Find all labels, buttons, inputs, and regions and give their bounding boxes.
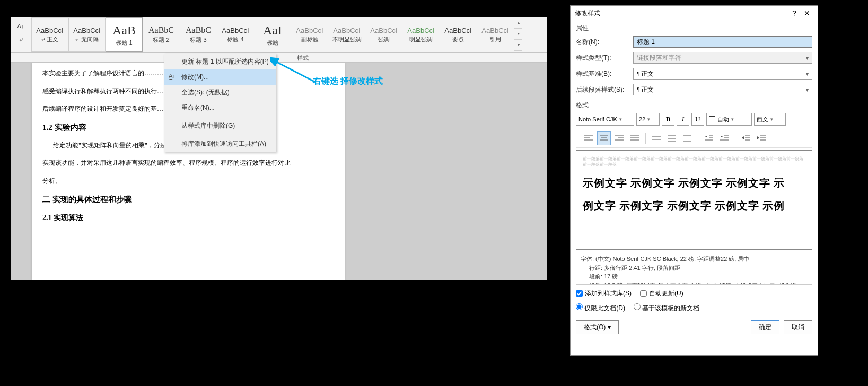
this-doc-radio[interactable]: 仅限此文档(D) (576, 303, 625, 313)
row-based: 样式基准(B): 正文 ▾ (571, 66, 818, 82)
preview-sample: 示例文字 示例文字 示例文字 示例文字 示 (583, 176, 805, 190)
label-type: 样式类型(T): (576, 54, 629, 63)
style-item-明显强调[interactable]: AaBbCcI明显强调 (402, 17, 440, 52)
expand-icon[interactable]: ▾ (514, 40, 522, 51)
style-preview: AaBbCcI (296, 27, 323, 34)
preview-box: 前一段落前一段落前一段落前一段落前一段落前一段落前一段落前一段落前一段落前一段落… (576, 150, 812, 250)
chevron-down-icon: ▾ (770, 117, 773, 122)
menu-select-all[interactable]: 全选(S): (无数据) (164, 85, 276, 100)
indent-inc-icon (757, 135, 766, 142)
scroll-up-icon[interactable]: ▴ (514, 17, 522, 29)
color-swatch-icon (709, 116, 715, 122)
indent-inc-button[interactable] (755, 131, 768, 145)
doc-heading: 二 实现的具体过程和步骤 (32, 190, 345, 209)
checkbox-input[interactable] (576, 290, 583, 297)
menu-add-to-qat[interactable]: 将库添加到快速访问工具栏(A) (164, 136, 276, 152)
context-label: 更新 标题 1 以匹配所选内容(P) (181, 58, 269, 65)
align-justify-button[interactable] (628, 131, 642, 145)
style-name: 明显强调 (409, 36, 433, 43)
para-dec-icon (720, 135, 729, 142)
select-value: 正文 (637, 85, 654, 94)
ok-button[interactable]: 确定 (751, 320, 779, 334)
style-gallery[interactable]: AaBbCcI正文AaBbCcI无间隔AaB标题 1AaBbC标题 2AaBbC… (31, 17, 514, 53)
spacing-icon (668, 135, 676, 142)
menu-update-match[interactable]: 更新 标题 1 以匹配所选内容(P) (164, 54, 276, 69)
style-item-标题4[interactable]: AaBbCcI标题 4 (217, 17, 254, 52)
align-left-icon (584, 135, 593, 142)
document-area[interactable]: 本实验主要为了了解程序设计语言的……………………………………特点， 感受编译执行… (11, 63, 547, 280)
dialog-title: 修改样式 (575, 9, 788, 18)
add-to-gallery-checkbox[interactable]: 添加到样式库(S) (576, 289, 632, 298)
modify-icon: A̲ᵢ (169, 73, 174, 80)
style-item-标题2[interactable]: AaBbC标题 2 (143, 17, 180, 52)
align-center-button[interactable] (597, 131, 611, 145)
color-select[interactable]: 自动▾ (706, 113, 752, 126)
radio-input[interactable] (634, 303, 641, 310)
style-item-副标题[interactable]: AaBbCcI副标题 (291, 17, 328, 52)
row-name: 名称(N): (571, 34, 818, 50)
name-input[interactable] (633, 36, 812, 48)
menu-remove-from-gallery[interactable]: 从样式库中删除(G) (164, 118, 276, 134)
italic-button[interactable]: I (677, 113, 689, 126)
style-item-强调[interactable]: AaBbCcI强调 (365, 17, 402, 52)
help-button[interactable]: ? (788, 9, 801, 17)
lang-select[interactable]: 西文▾ (754, 113, 786, 126)
align-left-button[interactable] (582, 131, 595, 145)
desc-line: 字体: (中文) Noto Serif CJK SC Black, 22 磅, … (581, 255, 808, 264)
follow-select[interactable]: 正文 ▾ (633, 84, 812, 95)
size-select[interactable]: 22▾ (636, 113, 660, 126)
spacing-15-button[interactable] (665, 131, 679, 145)
style-name: 标题 3 (190, 36, 206, 44)
bold-button[interactable]: B (662, 113, 674, 126)
template-radio[interactable]: 基于该模板的新文档 (634, 303, 699, 313)
close-button[interactable]: ✕ (801, 9, 813, 17)
font-select[interactable]: Noto Serif CJK▾ (576, 113, 634, 126)
style-item-不明显强调[interactable]: AaBbCcI不明显强调 (328, 17, 365, 52)
based-select[interactable]: 正文 ▾ (633, 68, 812, 80)
desc-line: 段后: 16.5 磅, 与下段同页, 段中不分页, 1 级, 样式: 链接, 在… (581, 281, 808, 285)
select-value: 正文 (637, 69, 654, 78)
font-value: Noto Serif CJK (578, 116, 617, 122)
doc-text: 分析。 (32, 172, 345, 190)
format-dropdown-button[interactable]: 格式(O) ▾ (576, 320, 619, 334)
checkbox-input[interactable] (640, 290, 647, 297)
style-item-标题[interactable]: AaI标题 (254, 17, 291, 52)
format-toolbar: Noto Serif CJK▾ 22▾ B I U 自动▾ 西文▾ (571, 111, 818, 128)
gallery-expand[interactable]: ▴ ▾ ▾ (514, 17, 522, 51)
style-item-引用[interactable]: AaBbCcI引用 (477, 17, 514, 52)
style-item-要点[interactable]: AaBbCcI要点 (440, 17, 477, 52)
style-name: 标题 1 (116, 39, 132, 47)
spacing-2-button[interactable] (680, 131, 694, 145)
menu-modify[interactable]: A̲ᵢ 修改(M)... (164, 69, 276, 85)
label-follow: 后续段落样式(S): (576, 85, 629, 94)
spacing-1-button[interactable] (650, 131, 663, 145)
style-name: 标题 2 (153, 36, 169, 44)
style-item-标题3[interactable]: AaBbC标题 3 (180, 17, 217, 52)
sort-button[interactable]: A↓ (14, 20, 28, 32)
para-space-dec-button[interactable] (717, 131, 731, 145)
toggle-marks-button[interactable]: ⤶ (14, 33, 28, 46)
spacing-icon (652, 135, 661, 142)
titlebar: 修改样式 ? ✕ (571, 6, 818, 21)
para-space-inc-button[interactable] (702, 131, 716, 145)
type-select: 链接段落和字符 ▾ (633, 52, 812, 64)
preview-sample: 例文字 示例文字 示例文字 示例文字 示例 (583, 199, 805, 213)
style-name: 标题 4 (227, 36, 243, 43)
style-name: 标题 (267, 39, 278, 47)
indent-dec-button[interactable] (739, 131, 753, 145)
align-right-button[interactable] (612, 131, 626, 145)
ribbon-left-controls: A↓ ⤶ (11, 17, 31, 48)
style-name: 引用 (489, 36, 501, 43)
spacing-icon (683, 135, 691, 142)
radio-input[interactable] (576, 303, 583, 310)
auto-update-checkbox[interactable]: 自动更新(U) (640, 289, 683, 298)
style-preview: AaBbCcI (36, 27, 63, 34)
scroll-down-icon[interactable]: ▾ (514, 29, 522, 40)
menu-rename[interactable]: 重命名(N)... (164, 100, 276, 116)
style-item-正文[interactable]: AaBbCcI正文 (31, 17, 68, 52)
align-center-icon (600, 135, 608, 142)
style-item-标题1[interactable]: AaB标题 1 (106, 17, 143, 52)
style-item-无间隔[interactable]: AaBbCcI无间隔 (68, 17, 106, 52)
cancel-button[interactable]: 取消 (784, 320, 812, 334)
underline-button[interactable]: U (691, 113, 704, 126)
